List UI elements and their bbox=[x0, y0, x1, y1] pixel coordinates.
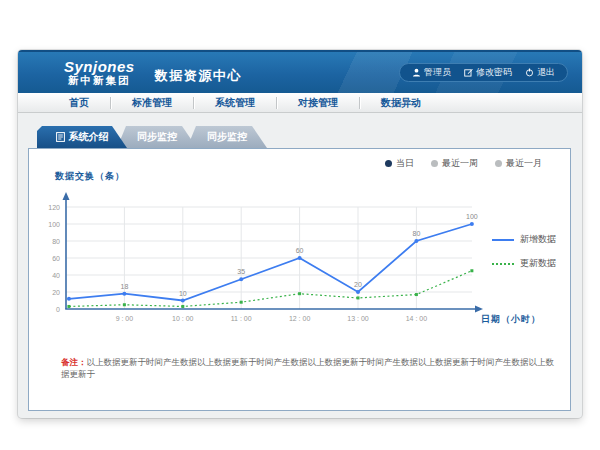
app-window: Synjones 新中新集团 数据资源中心 管理员 修改密码 bbox=[18, 50, 582, 418]
svg-text:80: 80 bbox=[52, 238, 60, 245]
user-icon bbox=[412, 68, 421, 77]
line-chart: 0204060801001209 : 0010 : 0011 : 0012 : … bbox=[29, 149, 570, 334]
svg-text:0: 0 bbox=[56, 306, 60, 313]
legend-item-new-data: 新增数据 bbox=[492, 233, 556, 246]
chart-svg: 0204060801001209 : 0010 : 0011 : 0012 : … bbox=[29, 149, 570, 334]
svg-text:35: 35 bbox=[237, 268, 245, 275]
tab-sync-monitor-1[interactable]: 同步监控 bbox=[117, 126, 197, 148]
svg-text:11 : 00: 11 : 00 bbox=[231, 315, 252, 322]
svg-text:12 : 00: 12 : 00 bbox=[289, 315, 311, 322]
nav-item-home[interactable]: 首页 bbox=[48, 96, 110, 110]
tab-label: 同步监控 bbox=[137, 130, 177, 144]
svg-text:40: 40 bbox=[52, 272, 60, 279]
tab-system-intro[interactable]: 系统介绍 bbox=[37, 126, 127, 148]
content-panel: 当日 最近一周 最近一月 数据交换（条） 0204060801001209 : … bbox=[28, 148, 571, 411]
logo-brand: Synjones bbox=[64, 59, 135, 75]
logout-button[interactable]: 退出 bbox=[525, 66, 555, 79]
footnote: 备注：以上数据更新于时间产生数据以上数据更新于时间产生数据以上数据更新于时间产生… bbox=[61, 357, 554, 381]
svg-text:日期（小时）: 日期（小时） bbox=[481, 314, 541, 324]
tab-label: 系统介绍 bbox=[69, 130, 109, 144]
nav-item-system-management[interactable]: 系统管理 bbox=[194, 96, 276, 110]
svg-text:80: 80 bbox=[413, 230, 421, 237]
tab-bar: 系统介绍 同步监控 同步监控 bbox=[37, 126, 267, 148]
main-nav: 首页 标准管理 系统管理 对接管理 数据异动 bbox=[18, 93, 582, 113]
svg-text:14 : 00: 14 : 00 bbox=[406, 315, 428, 322]
svg-text:10 : 00: 10 : 00 bbox=[172, 315, 194, 322]
svg-text:60: 60 bbox=[52, 255, 60, 262]
svg-text:20: 20 bbox=[52, 289, 60, 296]
legend-label: 新增数据 bbox=[520, 233, 556, 246]
tab-label: 同步监控 bbox=[207, 130, 247, 144]
power-icon bbox=[525, 68, 534, 77]
svg-text:120: 120 bbox=[48, 204, 60, 211]
header: Synjones 新中新集团 数据资源中心 管理员 修改密码 bbox=[18, 50, 582, 93]
svg-text:9 : 00: 9 : 00 bbox=[116, 315, 134, 322]
svg-text:18: 18 bbox=[121, 283, 129, 290]
footnote-text: 以上数据更新于时间产生数据以上数据更新于时间产生数据以上数据更新于时间产生数据以… bbox=[61, 357, 554, 379]
logout-label: 退出 bbox=[537, 66, 555, 79]
nav-item-data-change[interactable]: 数据异动 bbox=[360, 96, 442, 110]
edit-icon bbox=[464, 68, 473, 77]
solid-line-icon bbox=[492, 239, 514, 241]
svg-text:100: 100 bbox=[466, 213, 478, 220]
svg-text:10: 10 bbox=[179, 290, 187, 297]
change-password-button[interactable]: 修改密码 bbox=[464, 66, 512, 79]
chart-legend: 新增数据 更新数据 bbox=[492, 233, 556, 270]
legend-label: 更新数据 bbox=[520, 257, 556, 270]
user-name-label: 管理员 bbox=[424, 66, 451, 79]
svg-text:100: 100 bbox=[48, 221, 60, 228]
tab-sync-monitor-2[interactable]: 同步监控 bbox=[187, 126, 267, 148]
user-menu: 管理员 修改密码 退出 bbox=[399, 63, 568, 82]
document-icon bbox=[56, 132, 65, 142]
svg-text:60: 60 bbox=[296, 247, 304, 254]
logo-company-name: 新中新集团 bbox=[64, 75, 135, 86]
change-password-label: 修改密码 bbox=[476, 66, 512, 79]
footnote-prefix: 备注： bbox=[61, 357, 87, 367]
company-logo: Synjones 新中新集团 bbox=[64, 59, 135, 86]
svg-text:20: 20 bbox=[354, 281, 362, 288]
nav-item-standard-management[interactable]: 标准管理 bbox=[111, 96, 193, 110]
page: Synjones 新中新集团 数据资源中心 管理员 修改密码 bbox=[0, 0, 600, 450]
current-user-button[interactable]: 管理员 bbox=[412, 66, 451, 79]
svg-text:13 : 00: 13 : 00 bbox=[347, 315, 369, 322]
nav-item-connection-management[interactable]: 对接管理 bbox=[277, 96, 359, 110]
legend-item-update-data: 更新数据 bbox=[492, 257, 556, 270]
dotted-line-icon bbox=[492, 263, 514, 265]
page-title: 数据资源中心 bbox=[155, 67, 242, 85]
